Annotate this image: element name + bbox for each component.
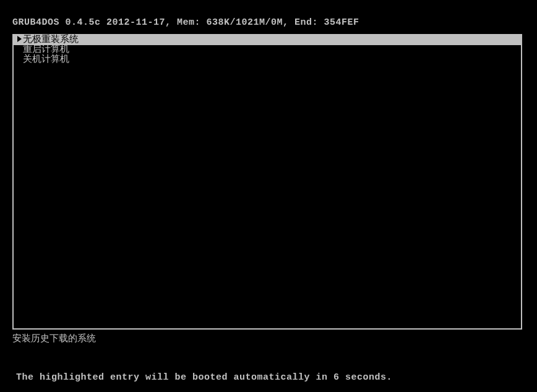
menu-item-label: 无极重装系统 xyxy=(23,35,79,45)
menu-item-reboot[interactable]: 重启计算机 xyxy=(14,45,521,55)
autoboot-message: The highlighted entry will be booted aut… xyxy=(16,372,392,383)
menu-item-reinstall[interactable]: 无极重装系统 xyxy=(14,35,521,45)
menu-item-label: 关机计算机 xyxy=(23,54,69,65)
menu-description: 安装历史下载的系统 xyxy=(12,333,96,344)
menu-item-label: 重启计算机 xyxy=(23,45,69,55)
selection-cursor-icon xyxy=(17,36,22,42)
selection-cursor-icon xyxy=(17,46,22,52)
menu-item-shutdown[interactable]: 关机计算机 xyxy=(14,55,521,65)
selection-cursor-icon xyxy=(17,56,22,62)
boot-menu-box: 无极重装系统 重启计算机 关机计算机 xyxy=(12,34,522,330)
grub-header: GRUB4DOS 0.4.5c 2012-11-17, Mem: 638K/10… xyxy=(0,0,537,28)
